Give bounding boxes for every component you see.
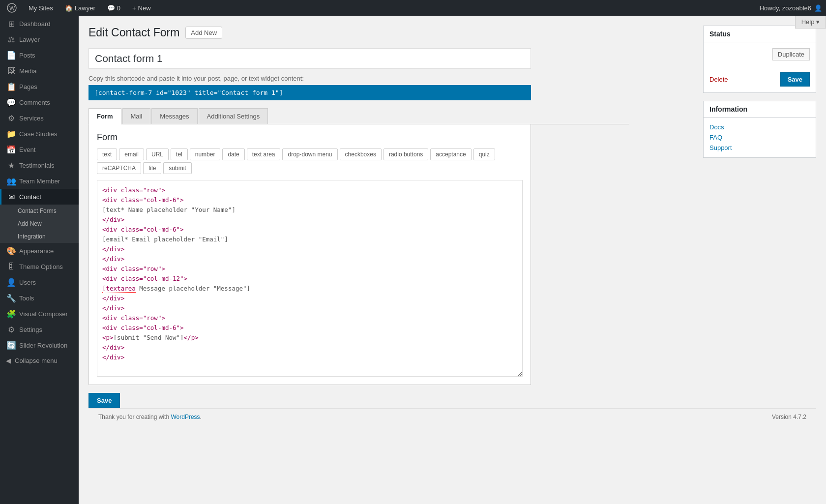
- submenu-item-integration[interactable]: Integration: [0, 230, 79, 243]
- sidebar-item-users[interactable]: 👤 Users: [0, 274, 79, 290]
- tag-btn-date[interactable]: date: [222, 148, 244, 160]
- right-sidebar: Status Duplicate Delete Save Information: [703, 26, 816, 408]
- footer-text: Thank you for creating with WordPress.: [98, 414, 202, 420]
- sidebar-item-label: Services: [19, 115, 44, 122]
- posts-icon: 📄: [7, 51, 15, 59]
- sidebar-item-testimonials[interactable]: ★ Testimonials: [0, 157, 79, 173]
- sidebar-item-appearance[interactable]: 🎨 Appearance: [0, 243, 79, 259]
- tag-btn-checkboxes[interactable]: checkboxes: [340, 148, 382, 160]
- sidebar-item-case-studies[interactable]: 📁 Case Studies: [0, 126, 79, 142]
- dashboard-icon: ⊞: [7, 20, 15, 28]
- services-icon: ⚙: [7, 114, 15, 122]
- settings-icon: ⚙: [7, 326, 15, 333]
- sidebar-item-dashboard[interactable]: ⊞ Dashboard: [0, 16, 79, 31]
- sidebar-item-tools[interactable]: 🔧 Tools: [0, 290, 79, 306]
- save-button[interactable]: Save: [780, 72, 810, 87]
- site-name-button[interactable]: 🏠 Lawyer: [62, 0, 98, 16]
- tag-btn-text[interactable]: text: [97, 148, 117, 160]
- tag-btn-dropdown[interactable]: drop-down menu: [282, 148, 337, 160]
- svg-text:W: W: [9, 5, 15, 12]
- sidebar-item-visual-composer[interactable]: 🧩 Visual Composer: [0, 306, 79, 322]
- sidebar-item-pages[interactable]: 📋 Pages: [0, 79, 79, 94]
- wordpress-link[interactable]: WordPress: [171, 414, 200, 420]
- tag-btn-quiz[interactable]: quiz: [473, 148, 495, 160]
- howdy-label: Howdy, zozoable6: [760, 4, 811, 12]
- tag-btn-email[interactable]: email: [119, 148, 144, 160]
- tab-mail[interactable]: Mail: [122, 108, 151, 124]
- collapse-menu-label: Collapse menu: [15, 357, 58, 364]
- case-studies-icon: 📁: [7, 130, 15, 138]
- tag-btn-tel[interactable]: tel: [171, 148, 188, 160]
- sidebar-item-label: Contact: [19, 193, 41, 201]
- sidebar-item-team-member[interactable]: 👥 Team Member: [0, 173, 79, 189]
- information-heading: Information: [704, 101, 816, 118]
- sidebar-item-media[interactable]: 🖼 Media: [0, 63, 79, 79]
- sidebar-item-label: Pages: [19, 83, 37, 90]
- sidebar-item-label: Comments: [19, 99, 50, 106]
- tag-btn-file[interactable]: file: [143, 162, 161, 174]
- tag-btn-submit[interactable]: submit: [163, 162, 191, 174]
- comments-icon: 💬: [7, 98, 15, 106]
- tag-btn-textarea[interactable]: text area: [247, 148, 281, 160]
- sidebar-item-contact[interactable]: ✉ Contact: [0, 189, 79, 205]
- sidebar-item-posts[interactable]: 📄 Posts: [0, 47, 79, 63]
- comments-button[interactable]: 💬 0: [104, 0, 123, 16]
- tab-content-form: Form text email URL tel number date text…: [88, 124, 531, 385]
- sidebar: ⊞ Dashboard ⚖ Lawyer 📄 Posts 🖼 Media 📋 P…: [0, 16, 79, 504]
- collapse-icon: ◀: [6, 357, 11, 364]
- sidebar-item-slider-revolution[interactable]: 🔄 Slider Revolution: [0, 337, 79, 353]
- tag-btn-recaptcha[interactable]: reCAPTCHA: [97, 162, 141, 174]
- form-section-title: Form: [97, 132, 523, 143]
- shortcode-box[interactable]: [contact-form-7 id="1023" title="Contact…: [88, 85, 531, 100]
- docs-link[interactable]: Docs: [709, 123, 810, 131]
- submenu-item-contact-forms[interactable]: Contact Forms: [0, 205, 79, 217]
- submenu-item-add-new[interactable]: Add New: [0, 217, 79, 230]
- add-new-button[interactable]: Add New: [185, 27, 222, 39]
- sidebar-item-theme-options[interactable]: 🎛 Theme Options: [0, 259, 79, 274]
- faq-link[interactable]: FAQ: [709, 134, 810, 141]
- collapse-menu-button[interactable]: ◀ Collapse menu: [0, 353, 79, 368]
- testimonials-icon: ★: [7, 161, 15, 169]
- tag-btn-number[interactable]: number: [190, 148, 221, 160]
- new-content-button[interactable]: + New: [129, 0, 154, 16]
- support-link[interactable]: Support: [709, 144, 810, 151]
- wp-logo-button[interactable]: W: [4, 0, 20, 16]
- help-tab-button[interactable]: Help ▾: [795, 16, 826, 29]
- sidebar-item-settings[interactable]: ⚙ Settings: [0, 322, 79, 337]
- shortcode-note: Copy this shortcode and paste it into yo…: [88, 75, 629, 82]
- tab-messages[interactable]: Messages: [151, 108, 197, 124]
- tab-form[interactable]: Form: [88, 108, 121, 124]
- sidebar-item-label: Tools: [19, 295, 34, 302]
- my-sites-button[interactable]: My Sites: [26, 0, 56, 16]
- sidebar-item-label: Lawyer: [19, 36, 40, 43]
- duplicate-button[interactable]: Duplicate: [772, 48, 810, 60]
- sidebar-item-comments[interactable]: 💬 Comments: [0, 94, 79, 110]
- sidebar-item-label: Users: [19, 279, 36, 286]
- information-postbox: Information Docs FAQ Support: [703, 101, 816, 158]
- sidebar-item-label: Theme Options: [19, 263, 63, 270]
- sidebar-item-services[interactable]: ⚙ Services: [0, 110, 79, 126]
- pages-icon: 📋: [7, 83, 15, 90]
- bottom-save-button[interactable]: Save: [88, 393, 120, 408]
- tag-btn-radio[interactable]: radio buttons: [384, 148, 428, 160]
- tools-icon: 🔧: [7, 294, 15, 302]
- form-title-input[interactable]: [88, 48, 531, 69]
- event-icon: 📅: [7, 146, 15, 153]
- sidebar-item-event[interactable]: 📅 Event: [0, 142, 79, 157]
- delete-link[interactable]: Delete: [709, 76, 728, 83]
- theme-options-icon: 🎛: [7, 263, 15, 270]
- version-label: Version 4.7.2: [772, 414, 806, 420]
- tag-btn-acceptance[interactable]: acceptance: [430, 148, 471, 160]
- tag-btn-url[interactable]: URL: [146, 148, 169, 160]
- tag-buttons-container: text email URL tel number date text area…: [97, 148, 523, 174]
- media-icon: 🖼: [7, 67, 15, 75]
- team-member-icon: 👥: [7, 177, 15, 185]
- form-code-editor[interactable]: <div class="row"> <div class="col-md-6">…: [97, 180, 523, 377]
- sidebar-item-label: Testimonials: [19, 162, 55, 169]
- footer: Thank you for creating with WordPress. V…: [88, 408, 816, 425]
- sidebar-item-label: Settings: [19, 326, 42, 333]
- tab-additional-settings[interactable]: Additional Settings: [199, 108, 268, 124]
- sidebar-item-label: Team Member: [19, 178, 60, 185]
- sidebar-item-label: Media: [19, 67, 36, 75]
- sidebar-item-lawyer[interactable]: ⚖ Lawyer: [0, 31, 79, 47]
